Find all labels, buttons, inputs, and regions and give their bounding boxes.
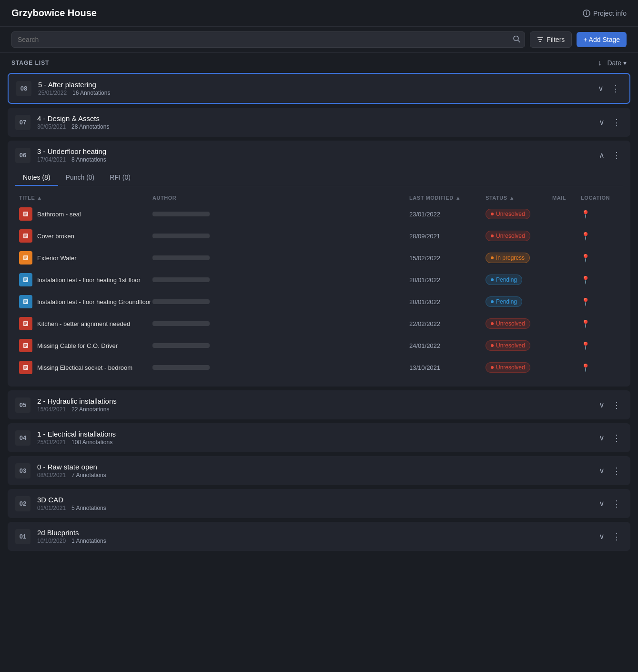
chevron-up-button[interactable]: ∧ (597, 149, 607, 162)
location-icon[interactable]: 📍 (581, 232, 590, 240)
stage-name: 3 - Underfloor heating (37, 147, 597, 155)
tab-rfi[interactable]: RFI (0) (102, 170, 138, 186)
stage-06-header[interactable]: 06 3 - Underfloor heating 17/04/2021 8 A… (8, 141, 630, 170)
annotation-title[interactable]: Kitchen - better alignment needed (37, 320, 130, 327)
status-cell: Pending (486, 296, 552, 307)
stage-04-header[interactable]: 04 1 - Electrical installations 25/03/20… (8, 423, 630, 452)
note-icon (19, 295, 32, 308)
date-cell: 24/01/2022 (409, 342, 486, 349)
stage-meta: 25/03/2021 108 Annotations (37, 439, 597, 446)
status-badge: Unresolved (486, 231, 530, 241)
stage-01-header[interactable]: 01 2d Blueprints 10/10/2020 1 Annotation… (8, 522, 630, 551)
stage-actions: ∨ ⋮ (597, 398, 623, 412)
location-cell: 📍 (581, 210, 619, 219)
more-options-button[interactable]: ⋮ (610, 398, 623, 412)
more-options-button[interactable]: ⋮ (610, 464, 623, 478)
date-cell: 23/01/2022 (409, 211, 486, 218)
chevron-down-button[interactable]: ∨ (597, 116, 607, 129)
more-options-button[interactable]: ⋮ (610, 115, 623, 130)
search-icon (513, 35, 520, 44)
chevron-down-button[interactable]: ∨ (596, 82, 606, 95)
col-title[interactable]: TITLE ▲ (19, 195, 152, 201)
stage-05-header[interactable]: 05 2 - Hydraulic installations 15/04/202… (8, 390, 630, 419)
stage-annotations: 16 Annotations (72, 90, 110, 96)
location-icon[interactable]: 📍 (581, 364, 590, 372)
annotation-title-cell: Cover broken (19, 229, 152, 243)
annotation-title[interactable]: Missing Cable for C.O. Driver (37, 342, 118, 349)
info-icon: i (583, 10, 590, 17)
stage-08-header[interactable]: 08 5 - After plastering 25/01/2022 16 An… (9, 74, 629, 103)
filters-button[interactable]: Filters (530, 31, 572, 48)
location-cell: 📍 (581, 297, 619, 306)
stage-name: 3D CAD (37, 496, 597, 504)
status-badge: Unresolved (486, 209, 530, 219)
chevron-down-button[interactable]: ∨ (597, 398, 607, 411)
chevron-down-button[interactable]: ∨ (597, 464, 607, 477)
col-mail: MAIL (552, 195, 581, 201)
note-icon (19, 273, 32, 286)
toolbar: Filters + Add Stage (0, 27, 638, 53)
location-icon[interactable]: 📍 (581, 298, 590, 306)
stage-03-header[interactable]: 03 0 - Raw state open 08/03/2021 7 Annot… (8, 456, 630, 485)
stage-meta: 08/03/2021 7 Annotations (37, 472, 597, 479)
search-container (11, 31, 525, 48)
note-icon (19, 207, 32, 221)
stage-07-header[interactable]: 07 4 - Design & Assets 30/05/2021 28 Ann… (8, 108, 630, 137)
col-location: LOCATION (581, 195, 619, 201)
chevron-down-button[interactable]: ∨ (597, 431, 607, 444)
status-badge: Pending (486, 296, 522, 307)
annotation-row: Cover broken 28/09/2021 Unresolved 📍 (15, 225, 623, 246)
date-sort-button[interactable]: Date ▾ (607, 59, 627, 67)
stage-row: 05 2 - Hydraulic installations 15/04/202… (8, 390, 630, 419)
chevron-down-button[interactable]: ∨ (597, 530, 607, 543)
stage-annotations: 8 Annotations (71, 156, 106, 163)
stage-actions: ∨ ⋮ (597, 431, 623, 445)
sort-down-button[interactable]: ↓ (597, 59, 601, 67)
annotation-title[interactable]: Instalation test - floor heating Groundf… (37, 298, 151, 305)
location-icon[interactable]: 📍 (581, 320, 590, 328)
stage-row: 06 3 - Underfloor heating 17/04/2021 8 A… (8, 141, 630, 387)
tab-punch[interactable]: Punch (0) (58, 170, 102, 186)
date-cell: 15/02/2022 (409, 255, 486, 262)
location-icon[interactable]: 📍 (581, 254, 590, 262)
stage-date: 15/04/2021 (37, 406, 66, 413)
more-options-button[interactable]: ⋮ (609, 81, 622, 96)
annotation-title[interactable]: Bathroom - seal (37, 211, 81, 218)
annotation-title[interactable]: Cover broken (37, 233, 74, 240)
annotation-title[interactable]: Exterior Water (37, 255, 77, 262)
status-dot (491, 278, 494, 281)
add-stage-button[interactable]: + Add Stage (577, 32, 627, 47)
author-cell (152, 343, 409, 348)
more-options-button[interactable]: ⋮ (610, 529, 623, 544)
chevron-down-button[interactable]: ∨ (597, 497, 607, 510)
col-author[interactable]: AUTHOR (152, 195, 409, 201)
status-dot (491, 344, 494, 347)
stage-actions: ∨ ⋮ (597, 115, 623, 130)
stage-date: 10/10/2020 (37, 538, 66, 544)
more-options-button[interactable]: ⋮ (610, 497, 623, 511)
location-icon[interactable]: 📍 (581, 342, 590, 350)
status-dot (491, 300, 494, 303)
col-last-modified[interactable]: LAST MODIFIED ▲ (409, 195, 486, 201)
search-input[interactable] (11, 31, 525, 48)
location-icon[interactable]: 📍 (581, 210, 590, 218)
more-options-button[interactable]: ⋮ (610, 148, 623, 163)
stage-date: 25/03/2021 (37, 439, 66, 446)
location-cell: 📍 (581, 275, 619, 285)
stage-row: 04 1 - Electrical installations 25/03/20… (8, 423, 630, 452)
annotation-row: Kitchen - better alignment needed 22/02/… (15, 313, 623, 334)
location-cell: 📍 (581, 254, 619, 263)
stage-02-header[interactable]: 02 3D CAD 01/01/2021 5 Annotations ∨ ⋮ (8, 489, 630, 518)
location-icon[interactable]: 📍 (581, 276, 590, 284)
more-options-button[interactable]: ⋮ (610, 431, 623, 445)
annotation-title[interactable]: Instalation test - floor heating 1st flo… (37, 276, 141, 284)
project-info-button[interactable]: i Project info (583, 10, 627, 17)
annotation-title[interactable]: Missing Electical socket - bedroom (37, 364, 132, 371)
stage-meta: 10/10/2020 1 Annotations (37, 538, 597, 544)
col-status[interactable]: STATUS ▲ (486, 195, 552, 201)
status-badge: Pending (486, 275, 522, 285)
tab-notes[interactable]: Notes (8) (15, 170, 58, 186)
annotation-title-cell: Bathroom - seal (19, 207, 152, 221)
status-cell: Unresolved (486, 340, 552, 351)
stage-number: 06 (15, 148, 30, 163)
